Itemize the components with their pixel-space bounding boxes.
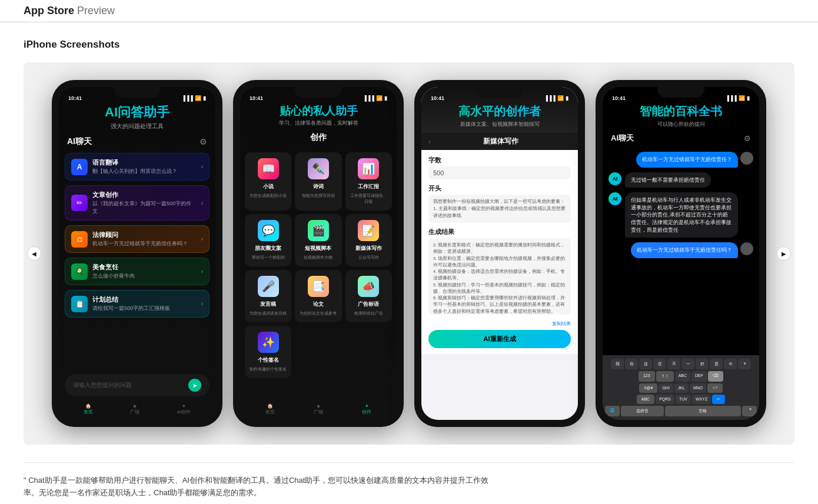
nav-square-1[interactable]: ◈广场: [130, 403, 139, 415]
phone1-send-button[interactable]: ➤: [188, 379, 201, 392]
speech-desc: 为您生成演讲发言稿: [250, 311, 287, 316]
phone3-opening-text: 我想要制作一份短视频拍摄大纲，以下是一些可以考虑的要素：1. 主题和故事线：确定…: [428, 195, 571, 223]
phone2-promo: 贴心的私人助手 学习、法律等各类问题，实时解答: [240, 104, 397, 129]
nav-home-2[interactable]: 🏠首页: [265, 403, 275, 415]
signal-2: ▐▐▐: [363, 95, 374, 101]
phone4-settings-icon: ⚙: [744, 134, 751, 143]
phone2-app-title: 创作: [310, 132, 327, 142]
phone3-back-btn[interactable]: ‹: [428, 138, 431, 146]
phone3-promo-sub: 新媒体文案、短视频脚本智能续写: [427, 121, 572, 128]
phone2-title-bar: 创作: [240, 129, 397, 148]
phone-inner-2: 10:41 ▐▐▐ 📶 ▮ 贴心的私人助手 学习、法律等各类问题，实时解答: [240, 87, 397, 420]
friend-label: 朋友圈文案: [255, 245, 281, 252]
phone4-promo-title: 智能的百科全书: [608, 104, 753, 119]
grid-speech[interactable]: 🎤 发言稿 为您生成演讲发言稿: [245, 270, 291, 322]
poem-icon: ✒️: [308, 158, 329, 179]
notch-1: [114, 87, 161, 98]
phone1-input-bar[interactable]: 请输入您想提问的问题 ➤: [65, 374, 210, 396]
phone3-regen-btn[interactable]: AI重新生成: [428, 330, 571, 348]
list-arrow-4: ›: [201, 268, 203, 275]
speech-icon: 🎤: [258, 276, 279, 297]
phone3-screen-title: 新媒体写作: [435, 136, 566, 146]
grid-persona[interactable]: ✨ 个性签名 制作有趣的个性签名: [245, 326, 291, 378]
nav-create-1[interactable]: ✦AI创作: [177, 403, 191, 415]
writing-text: 文章创作 以《我的超长文章》为题写一篇500字的作文: [92, 191, 197, 215]
phone-screen-1: 10:41 ▐▐▐ 📶 ▮ AI问答助手 强大的问题处理工具: [59, 87, 215, 420]
nav-create-2[interactable]: ✦创作: [362, 403, 371, 415]
keyboard-row-2: #@¥ GHI JKL MNO ☆^: [605, 383, 757, 393]
scroll-left-button[interactable]: ◀: [27, 246, 41, 261]
list-arrow-3: ›: [201, 236, 203, 242]
status-time-1: 10:41: [68, 95, 82, 101]
persona-icon: ✨: [258, 332, 279, 353]
grid-thesis[interactable]: 📑 论文 为您的论文生成参考: [295, 270, 341, 322]
nav-home-1[interactable]: 🏠首页: [84, 403, 93, 415]
ai-avatar-2: AI: [608, 192, 621, 205]
notch-2: [295, 87, 342, 98]
phone2-nav: 🏠首页 ◈广场 ✦创作: [240, 399, 397, 420]
list-item-legal: ⚖ 法律顾问 机动车一方无过错就等于无赔偿任务吗？ ›: [65, 225, 210, 253]
script-desc: 短视频脚本大纲: [304, 255, 332, 261]
screenshots-scroll: 10:41 ▐▐▐ 📶 ▮ AI问答助手 强大的问题处理工具: [35, 80, 783, 427]
friend-icon: 💬: [258, 220, 279, 241]
phone1-settings-icon: ⚙: [199, 137, 207, 146]
thesis-label: 论文: [313, 301, 324, 308]
translate-text: 语言翻译 翻【输入心关到的】用英语怎么说？: [92, 158, 197, 175]
poem-desc: 智能为您撰写诗词: [302, 193, 335, 199]
legal-icon: ⚖: [71, 231, 88, 248]
report-desc: 工作需要写成报告、日报: [349, 193, 388, 205]
scroll-right-button[interactable]: ▶: [777, 246, 791, 261]
description-text: " Chat助手是一款能够帮助用户进行智能聊天、AI创作和智能翻译的工具。通过C…: [24, 475, 494, 499]
ai-avatar-1: AI: [608, 172, 621, 185]
nav-square-2[interactable]: ◈广场: [314, 403, 323, 415]
keyboard-quick-row: 我 你 这 在 不 一 好 是 今 ∨: [605, 359, 757, 369]
speech-label: 发言稿: [260, 301, 276, 308]
signal-icon: ▐▐▐: [182, 95, 193, 101]
phone4-promo: 智能的百科全书 可以随心所欲的提问: [603, 104, 759, 131]
phone-mockup-4: 10:41 ▐▐▐ 📶 ▮ 智能的百科全书 可以随心所欲的提问: [596, 80, 766, 427]
phone-mockup-1: 10:41 ▐▐▐ 📶 ▮ AI问答助手 强大的问题处理工具: [52, 80, 222, 427]
chat-bubble-user-2: 机动车一方无过错就等于无赔偿责任吗？: [631, 242, 738, 258]
screenshots-wrapper: ◀ ▶ 10:41 ▐▐▐ 📶 ▮: [24, 62, 794, 445]
chat-bubble-user-1: 机动车一方无过错就等于无赔偿责任？: [636, 152, 738, 168]
list-item-translate-content: A 语言翻译 翻【输入心关到的】用英语怎么说？: [71, 158, 197, 175]
ad-desc: 检测和优化广告: [354, 311, 383, 316]
grid-ad[interactable]: 📣 广告标语 检测和优化广告: [345, 270, 392, 322]
notch-3: [476, 87, 523, 98]
phone-mockup-3: 10:41 ▐▐▐ 📶 ▮ 高水平的创作者 新媒体文案、短视频脚本智能续写: [414, 80, 585, 427]
ad-label: 广告标语: [358, 301, 379, 308]
grid-media[interactable]: 📝 新媒体写作 公众号写作: [345, 214, 392, 266]
phone3-result-label: 生成结果: [428, 228, 571, 236]
main-content: iPhone Screenshots ◀ ▶ 10:41 ▐▐▐ 📶 ▮: [0, 22, 818, 504]
list-arrow-2: ›: [201, 200, 203, 206]
grid-report[interactable]: 📊 工作汇报 工作需要写成报告、日报: [345, 152, 392, 211]
keyboard-row-1: 123 ？！ ABC DEF ⌫: [605, 371, 757, 382]
status-icons-1: ▐▐▐ 📶 ▮: [182, 95, 206, 101]
phone3-promo-title: 高水平的创作者: [427, 104, 572, 119]
section-title: iPhone Screenshots: [24, 39, 794, 51]
phone3-copy-btn[interactable]: 复制结果: [428, 317, 571, 328]
novel-label: 小说: [263, 183, 274, 191]
phone1-promo: AI问答助手 强大的问题处理工具: [59, 104, 215, 134]
grid-novel[interactable]: 📖 小说 为您生成精彩的小说: [245, 152, 291, 211]
phone4-app-title: AI聊天: [611, 133, 634, 143]
phone3-opening-label: 开头: [428, 184, 571, 193]
script-icon: 🎬: [308, 220, 329, 241]
phone1-promo-title: AI问答助手: [65, 104, 210, 121]
phone3-wordcount-label: 字数: [428, 156, 571, 165]
writing-icon: ✏: [71, 195, 88, 211]
phone4-promo-sub: 可以随心所欲的提问: [608, 121, 753, 128]
plan-text: 计划总结 请给我写一篇500字的工汇报模板: [92, 295, 197, 312]
grid-script[interactable]: 🎬 短视频脚本 短视频脚本大纲: [295, 214, 341, 266]
phone2-promo-sub: 学习、法律等各类问题，实时解答: [246, 119, 391, 127]
grid-poem[interactable]: ✒️ 诗词 智能为您撰写诗词: [295, 152, 341, 211]
phone2-promo-title: 贴心的私人助手: [246, 104, 391, 119]
list-item-writing-content: ✏ 文章创作 以《我的超长文章》为题写一篇500字的作文: [71, 191, 197, 215]
wifi-icon: 📶: [195, 95, 201, 101]
battery-icon: ▮: [203, 95, 206, 101]
phone4-keyboard: 我 你 这 在 不 一 好 是 今 ∨: [603, 355, 759, 420]
user-avatar-1: [740, 152, 753, 165]
media-icon: 📝: [358, 220, 379, 241]
grid-friend[interactable]: 💬 朋友圈文案 帮你写一个精彩的: [245, 214, 291, 266]
list-item-translate: A 语言翻译 翻【输入心关到的】用英语怎么说？ ›: [65, 153, 210, 181]
